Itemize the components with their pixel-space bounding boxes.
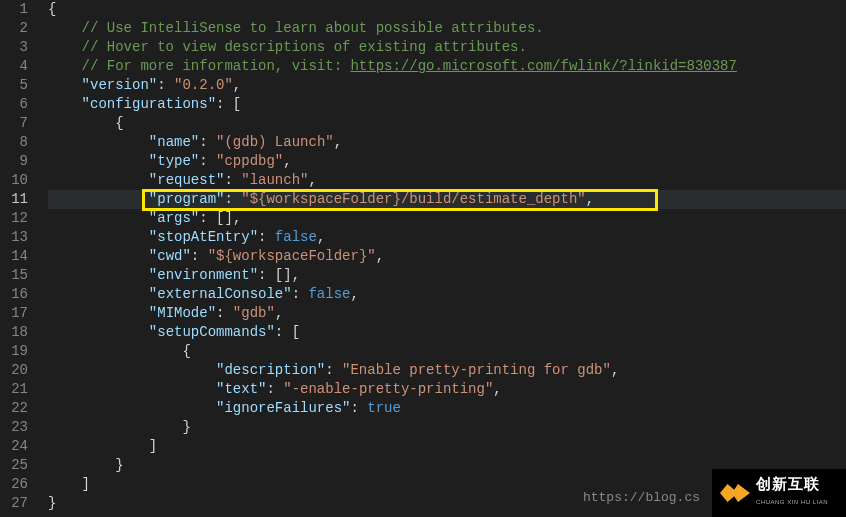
json-key: "stopAtEntry" <box>149 229 258 245</box>
json-bool: true <box>367 400 401 416</box>
code-line: "version": "0.2.0", <box>48 76 846 95</box>
comment: // Use IntelliSense to learn about possi… <box>82 20 544 36</box>
code-line: "MIMode": "gdb", <box>48 304 846 323</box>
json-key: "type" <box>149 153 199 169</box>
comment: // Hover to view descriptions of existin… <box>82 39 527 55</box>
json-bool: false <box>275 229 317 245</box>
json-key: "program" <box>149 191 225 207</box>
json-key: "args" <box>149 210 199 226</box>
code-line: { <box>48 114 846 133</box>
code-line: // For more information, visit: https://… <box>48 57 846 76</box>
brand-logo-icon <box>720 478 750 508</box>
code-editor[interactable]: 1234567891011121314151617181920212223242… <box>0 0 846 517</box>
code-line: // Use IntelliSense to learn about possi… <box>48 19 846 38</box>
comment: // For more information, visit: <box>82 58 351 74</box>
code-line: } <box>48 418 846 437</box>
brand-text: 创新互联 CHUANG XIN HU LIAN <box>756 474 828 512</box>
json-string: "Enable pretty-printing for gdb" <box>342 362 611 378</box>
code-line: "stopAtEntry": false, <box>48 228 846 247</box>
json-key: "setupCommands" <box>149 324 275 340</box>
brace: { <box>48 1 56 17</box>
code-line: { <box>48 342 846 361</box>
json-key: "environment" <box>149 267 258 283</box>
json-bool: false <box>308 286 350 302</box>
comment-link[interactable]: https://go.microsoft.com/fwlink/?linkid=… <box>350 58 736 74</box>
brand-name-en: CHUANG XIN HU LIAN <box>756 493 828 512</box>
json-string: "cppdbg" <box>216 153 283 169</box>
json-key: "request" <box>149 172 225 188</box>
json-key: "externalConsole" <box>149 286 292 302</box>
json-key: "description" <box>216 362 325 378</box>
code-line: "configurations": [ <box>48 95 846 114</box>
brand-badge: 创新互联 CHUANG XIN HU LIAN <box>712 469 846 517</box>
code-line: "type": "cppdbg", <box>48 152 846 171</box>
json-key: "version" <box>82 77 158 93</box>
code-line: ] <box>48 437 846 456</box>
line-number-gutter: 1234567891011121314151617181920212223242… <box>0 0 42 517</box>
code-line: "cwd": "${workspaceFolder}", <box>48 247 846 266</box>
json-key: "configurations" <box>82 96 216 112</box>
json-key: "name" <box>149 134 199 150</box>
code-line: "externalConsole": false, <box>48 285 846 304</box>
json-key: "MIMode" <box>149 305 216 321</box>
json-string: "launch" <box>241 172 308 188</box>
code-line: "description": "Enable pretty-printing f… <box>48 361 846 380</box>
code-line: "environment": [], <box>48 266 846 285</box>
json-key: "ignoreFailures" <box>216 400 350 416</box>
json-string: "-enable-pretty-printing" <box>283 381 493 397</box>
json-string: "${workspaceFolder}" <box>208 248 376 264</box>
code-line: "text": "-enable-pretty-printing", <box>48 380 846 399</box>
json-string: "${workspaceFolder}/build/estimate_depth… <box>241 191 585 207</box>
code-line: "request": "launch", <box>48 171 846 190</box>
code-area[interactable]: { // Use IntelliSense to learn about pos… <box>42 0 846 517</box>
code-line: "setupCommands": [ <box>48 323 846 342</box>
json-key: "cwd" <box>149 248 191 264</box>
json-string: "(gdb) Launch" <box>216 134 334 150</box>
json-key: "text" <box>216 381 266 397</box>
brand-name-cn: 创新互联 <box>756 474 828 493</box>
code-line: // Hover to view descriptions of existin… <box>48 38 846 57</box>
code-line: "name": "(gdb) Launch", <box>48 133 846 152</box>
code-line: "args": [], <box>48 209 846 228</box>
json-string: "gdb" <box>233 305 275 321</box>
watermark-text: https://blog.cs <box>583 488 700 507</box>
code-line-active: "program": "${workspaceFolder}/build/est… <box>48 190 846 209</box>
code-line: { <box>48 0 846 19</box>
code-line: "ignoreFailures": true <box>48 399 846 418</box>
json-string: "0.2.0" <box>174 77 233 93</box>
